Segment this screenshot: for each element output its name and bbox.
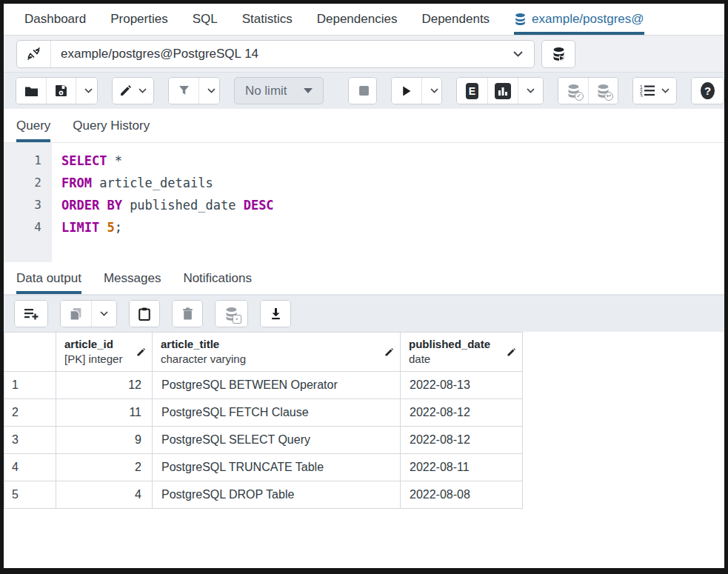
cell-article-id[interactable]: 2	[56, 454, 153, 481]
tab-query-tool-active[interactable]: example/postgres@	[514, 4, 644, 35]
row-limit-select[interactable]: No limit	[234, 77, 324, 104]
cell-article-title[interactable]: PostgreSQL TRUNCATE Table	[153, 454, 401, 481]
macro-menu-button[interactable]: 123	[633, 78, 676, 104]
chevron-down-icon	[527, 88, 535, 93]
cell-article-id[interactable]: 12	[56, 372, 153, 399]
explain-button[interactable]: E	[457, 78, 487, 104]
cancel-query-button[interactable]	[349, 78, 377, 104]
copy-button[interactable]	[61, 301, 91, 327]
column-type: date	[409, 352, 490, 367]
tab-dependencies[interactable]: Dependencies	[317, 4, 398, 35]
commit-button[interactable]: ✓	[558, 78, 588, 104]
explain-options-dropdown[interactable]	[518, 78, 543, 104]
tab-dependents[interactable]: Dependents	[421, 4, 490, 35]
rollback-button[interactable]: ↩	[588, 78, 618, 104]
tab-messages[interactable]: Messages	[104, 262, 161, 294]
tab-statistics[interactable]: Statistics	[242, 4, 293, 35]
tab-data-output[interactable]: Data output	[16, 262, 81, 294]
download-group	[260, 300, 291, 327]
download-results-button[interactable]	[261, 301, 290, 327]
execute-query-button[interactable]	[392, 78, 421, 104]
new-connection-button[interactable]	[541, 40, 575, 68]
explain-icon: E	[466, 83, 478, 99]
edit-menu-button[interactable]	[113, 78, 154, 104]
row-limit-value: No limit	[245, 84, 287, 99]
cell-published-date[interactable]: 2022-08-12	[401, 399, 523, 427]
table-row: 54PostgreSQL DROP Table2022-08-08	[4, 481, 523, 509]
chevron-down-icon	[100, 311, 108, 316]
tab-query[interactable]: Query	[16, 109, 50, 142]
connection-name: example/postgres@PostgreSQL 14	[51, 41, 501, 67]
cell-article-title[interactable]: PostgreSQL FETCH Clause	[153, 399, 401, 427]
cell-published-date[interactable]: 2022-08-12	[401, 427, 523, 454]
delete-row-button[interactable]	[173, 301, 202, 327]
table-row: 42PostgreSQL TRUNCATE Table2022-08-11	[4, 454, 523, 481]
help-button[interactable]: ?	[692, 78, 724, 104]
save-options-dropdown[interactable]	[76, 78, 98, 104]
row-number-cell[interactable]: 1	[4, 372, 56, 399]
column-header-article-id[interactable]: article_id [PK] integer	[56, 333, 153, 372]
row-number-cell[interactable]: 4	[4, 454, 56, 481]
cell-published-date[interactable]: 2022-08-08	[401, 481, 523, 509]
play-icon	[401, 85, 412, 97]
sql-editor[interactable]: 1234 SELECT *FROM article_detailsORDER B…	[4, 143, 724, 262]
sql-code[interactable]: SELECT *FROM article_detailsORDER BY pub…	[52, 143, 724, 262]
sql-line: ORDER BY published_date DESC	[61, 194, 724, 216]
open-file-button[interactable]	[16, 78, 46, 104]
edit-pencil-icon[interactable]	[384, 347, 394, 357]
column-header-published-date[interactable]: published_date date	[401, 333, 523, 372]
cell-article-title[interactable]: PostgreSQL SELECT Query	[153, 427, 401, 454]
delete-group	[172, 300, 203, 327]
database-commit-icon: ✓	[567, 84, 581, 99]
plug-disconnected-icon	[27, 47, 41, 61]
column-header-article-title[interactable]: article_title character varying	[153, 333, 401, 372]
cell-article-title[interactable]: PostgreSQL BETWEEN Operator	[153, 372, 401, 399]
tab-notifications[interactable]: Notifications	[183, 262, 252, 294]
edit-button-group	[112, 77, 155, 104]
tab-query-history[interactable]: Query History	[73, 109, 150, 142]
execute-options-dropdown[interactable]	[421, 78, 443, 104]
grid-body: 112PostgreSQL BETWEEN Operator2022-08-13…	[4, 372, 523, 509]
cell-article-title[interactable]: PostgreSQL DROP Table	[153, 481, 401, 509]
line-number: 2	[4, 172, 41, 194]
tab-properties[interactable]: Properties	[110, 4, 167, 35]
sql-line: FROM article_details	[61, 172, 724, 194]
cell-published-date[interactable]: 2022-08-13	[401, 372, 523, 399]
connection-dropdown-toggle[interactable]	[501, 41, 534, 67]
tab-dashboard[interactable]: Dashboard	[24, 4, 86, 35]
cell-article-id[interactable]: 4	[56, 481, 153, 509]
explain-analyze-button[interactable]	[487, 78, 518, 104]
paste-group	[129, 300, 160, 327]
file-button-group	[16, 77, 98, 104]
numbered-list-icon: 123	[640, 84, 655, 97]
row-number-cell[interactable]: 3	[4, 427, 56, 454]
column-name: published_date	[409, 337, 490, 352]
copy-group	[60, 300, 117, 327]
edit-pencil-icon[interactable]	[136, 347, 146, 357]
copy-icon	[70, 307, 82, 321]
row-number-cell[interactable]: 5	[4, 481, 56, 509]
save-data-changes-button[interactable]: ▪	[216, 301, 247, 327]
filter-button[interactable]	[169, 78, 198, 104]
svg-text:3: 3	[640, 93, 643, 98]
cell-article-id[interactable]: 11	[56, 399, 153, 427]
copy-options-dropdown[interactable]	[91, 301, 116, 327]
connection-bar: example/postgres@PostgreSQL 14	[4, 35, 724, 72]
transaction-button-group: ✓ ↩	[558, 77, 618, 104]
table-row: 211PostgreSQL FETCH Clause2022-08-12	[4, 399, 523, 427]
active-tab-label: example/postgres@	[532, 12, 644, 27]
paste-button[interactable]	[130, 301, 159, 327]
filter-options-dropdown[interactable]	[198, 78, 220, 104]
cell-article-id[interactable]: 9	[56, 427, 153, 454]
save-file-button[interactable]	[46, 78, 76, 104]
column-type: [PK] integer	[64, 352, 122, 367]
cell-published-date[interactable]: 2022-08-11	[401, 454, 523, 481]
chevron-down-icon	[84, 88, 93, 93]
connection-selector[interactable]: example/postgres@PostgreSQL 14	[16, 40, 535, 68]
tab-sql[interactable]: SQL	[193, 4, 218, 35]
stop-button-group	[348, 77, 377, 104]
add-row-button[interactable]	[15, 301, 47, 327]
edit-pencil-icon[interactable]	[507, 347, 516, 357]
chevron-down-icon	[513, 51, 523, 57]
row-number-cell[interactable]: 2	[4, 399, 56, 427]
